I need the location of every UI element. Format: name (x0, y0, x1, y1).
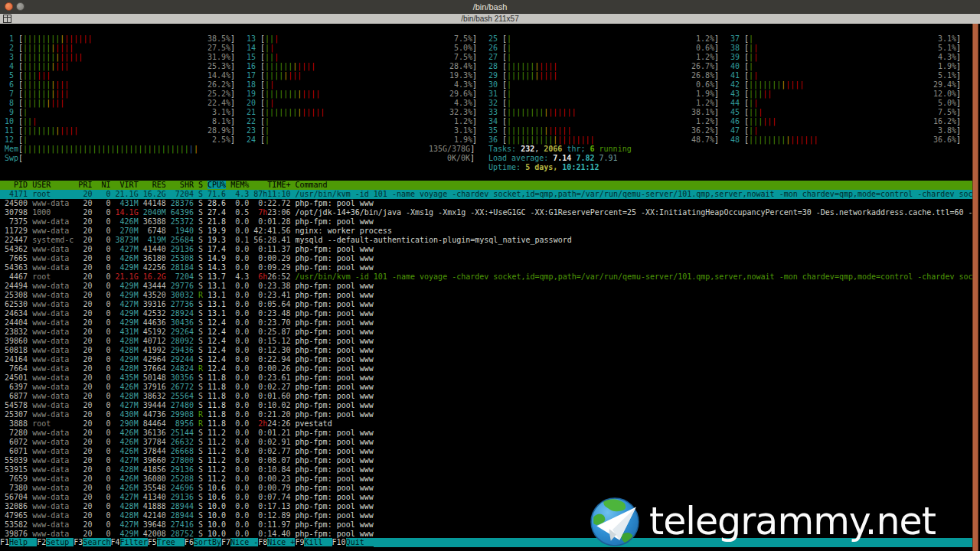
terminal-screen[interactable]: 1 [||||||||||||||| 38.5%] 2 [|||||||||||… (0, 24, 980, 551)
column-header-cpu[interactable]: CPU% (207, 181, 226, 189)
column-header-command[interactable]: Command (295, 181, 327, 189)
process-row-11729[interactable]: 11729 www-data 20 0 270M 6748 1940 S 19.… (0, 227, 972, 236)
column-header-res[interactable]: RES (143, 181, 166, 189)
fkey-f9[interactable]: F9Kill (295, 538, 332, 547)
process-row-3888[interactable]: 3888 root 20 0 290M 84464 8956 R 11.8 0.… (0, 419, 972, 429)
process-row-55039[interactable]: 55039 www-data 20 0 427M 39660 27800 S 1… (0, 456, 972, 465)
process-row-54362[interactable]: 54362 www-data 20 0 427M 41440 29136 S 1… (0, 245, 972, 254)
process-row-23832[interactable]: 23832 www-data 20 0 431M 45192 29264 S 1… (0, 328, 972, 337)
process-row-7659[interactable]: 7659 www-data 20 0 426M 36080 25288 S 11… (0, 474, 972, 484)
cpu-meter-column-4: 37 [| 3.1%]38 [|| 5.1%]39 [|| 4.3%]40 [|… (730, 34, 961, 145)
process-row-7280[interactable]: 7280 www-data 20 0 426M 36136 25144 S 11… (0, 429, 972, 438)
column-header-user[interactable]: USER (32, 181, 74, 189)
cpu-meter-10: 10 [||| 8.1%] (5, 117, 235, 126)
cpu-meter-column-3: 25 [| 1.2%]26 [| 0.6%]27 [| 1.2%]28 [|||… (488, 34, 719, 145)
fkey-f4[interactable]: F4Filter (111, 538, 148, 547)
fkey-f1[interactable]: F1Help (0, 538, 37, 547)
cpu-meter-22: 22 [| 1.2%] (247, 117, 477, 126)
watermark: telegrammy.net (590, 497, 936, 547)
mem-meter: Mem[||||||||||||||||||||||||||||||||||||… (5, 145, 475, 154)
process-row-7380[interactable]: 7380 www-data 20 0 426M 35548 24696 S 10… (0, 484, 972, 493)
tasks-summary: Tasks: 232, 2066 thr; 6 running (488, 145, 632, 154)
cpu-meter-9: 9 [| 3.1%] (5, 108, 235, 117)
process-row-24500[interactable]: 24500 www-data 20 0 431M 44148 28376 S 2… (0, 199, 972, 208)
column-header-pri[interactable]: PRI (78, 181, 92, 189)
process-row-54363[interactable]: 54363 www-data 20 0 429M 42256 28184 S 1… (0, 263, 972, 272)
cpu-meter-35: 35 [|||||||||||||| 36.2%] (488, 126, 719, 135)
column-header-ni[interactable]: NI (96, 181, 110, 189)
process-row-62530[interactable]: 62530 www-data 20 0 427M 39316 27736 S 1… (0, 300, 972, 309)
process-row-22447[interactable]: 22447 systemd-c 20 0 3873M 419M 25684 S … (0, 236, 972, 245)
load-average: Load average: 7.14 7.82 7.91 (488, 154, 632, 163)
uptime: Uptime: 5 days, 10:21:12 (488, 163, 632, 172)
cpu-meter-7: 7 [|||||||||| 25.2%] (5, 90, 235, 99)
cpu-meter-15: 15 [||| 7.5%] (247, 53, 477, 62)
fkey-f7[interactable]: F7Nice - (221, 538, 258, 547)
process-row-24634[interactable]: 24634 www-data 20 0 429M 42532 28924 S 1… (0, 309, 972, 318)
cpu-meter-32: 32 [| 1.2%] (488, 99, 719, 108)
cpu-meter-25: 25 [| 1.2%] (488, 34, 719, 44)
process-row-7375[interactable]: 7375 www-data 20 0 426M 36388 25372 S 21… (0, 217, 972, 227)
cpu-meter-37: 37 [| 3.1%] (730, 34, 961, 44)
process-row-4171[interactable]: 4171 root 20 0 21.1G 16.2G 7204 S 71.6 4… (0, 190, 972, 199)
cpu-meter-29: 29 [||||||||||| 26.8%] (488, 71, 719, 80)
process-row-24501[interactable]: 24501 www-data 20 0 435M 50148 30356 S 1… (0, 373, 972, 383)
memory-meters: Mem[||||||||||||||||||||||||||||||||||||… (5, 145, 475, 163)
fkey-f6[interactable]: F6SortBy (185, 538, 221, 547)
cpu-meter-13: 13 [||| 7.5%] (247, 34, 477, 44)
column-header-virt[interactable]: VIRT (116, 181, 139, 189)
cpu-meter-26: 26 [| 0.6%] (488, 44, 719, 53)
layout-grid-icon[interactable] (2, 14, 12, 24)
fkey-f3[interactable]: F3Search (74, 538, 110, 547)
process-row-6397[interactable]: 6397 www-data 20 0 426M 37916 26772 S 11… (0, 383, 972, 392)
process-row-25308[interactable]: 25308 www-data 20 0 429M 43520 30032 R 1… (0, 291, 972, 300)
cpu-meter-1: 1 [||||||||||||||| 38.5%] (5, 34, 235, 44)
process-row-7665[interactable]: 7665 www-data 20 0 426M 36180 25308 S 14… (0, 254, 972, 263)
cpu-meter-16: 16 [||||||||||| 28.4%] (247, 62, 477, 71)
column-header-time[interactable]: TIME+ (253, 181, 290, 189)
process-row-54578[interactable]: 54578 www-data 20 0 427M 39444 27480 S 1… (0, 401, 972, 410)
cpu-meter-23: 23 [| 3.1%] (247, 126, 477, 135)
cpu-meter-39: 39 [|| 4.3%] (730, 53, 961, 62)
process-row-4467[interactable]: 4467 root 20 0 21.1G 16.2G 7204 S 13.7 4… (0, 272, 972, 282)
process-list: 4171 root 20 0 21.1G 16.2G 7204 S 71.6 4… (0, 190, 972, 539)
process-row-24164[interactable]: 24164 www-data 20 0 429M 42964 29244 S 1… (0, 355, 972, 364)
cpu-meter-27: 27 [| 1.2%] (488, 53, 719, 62)
column-header-shr[interactable]: SHR (171, 181, 194, 189)
fkey-f5[interactable]: F5Tree (148, 538, 185, 547)
cpu-meter-20: 20 [|| 4.3%] (247, 99, 477, 108)
column-header-pid[interactable]: PID (5, 181, 28, 189)
cpu-meter-31: 31 [| 1.9%] (488, 90, 719, 99)
process-row-7664[interactable]: 7664 www-data 20 0 428M 37664 24824 R 12… (0, 364, 972, 373)
fkey-f2[interactable]: F2Setup (37, 538, 74, 547)
process-row-30798[interactable]: 30798 1000 20 0 14.1G 2040M 64396 S 27.4… (0, 208, 972, 217)
minimize-button[interactable] (16, 2, 24, 11)
column-header-mem[interactable]: MEM% (230, 181, 249, 189)
process-row-24494[interactable]: 24494 www-data 20 0 429M 43444 29776 S 1… (0, 282, 972, 291)
window-title: /bin/bash (0, 0, 980, 14)
process-row-24404[interactable]: 24404 www-data 20 0 429M 44636 30436 S 1… (0, 318, 972, 328)
cpu-meter-38: 38 [|| 5.1%] (730, 44, 961, 53)
close-button[interactable] (5, 2, 13, 11)
process-row-50818[interactable]: 50818 www-data 20 0 428M 41992 29436 S 1… (0, 346, 972, 355)
cpu-meter-36: 36 [||||||||||||||||||| 48.7%] (488, 135, 719, 145)
fkey-f8[interactable]: F8Nice + (258, 538, 295, 547)
cpu-meter-column-1: 1 [||||||||||||||| 38.5%] 2 [|||||||||||… (5, 34, 235, 145)
process-row-39860[interactable]: 39860 www-data 20 0 428M 40712 28092 S 1… (0, 337, 972, 346)
fkey-f10[interactable]: F10Quit (332, 538, 374, 547)
process-row-6071[interactable]: 6071 www-data 20 0 426M 37844 26668 S 11… (0, 447, 972, 456)
cpu-meter-48: 48 [||||||||||||||| 36.6%] (730, 135, 961, 145)
telegram-globe-icon (590, 497, 640, 547)
cpu-meter-2: 2 [||||||||||| 27.5%] (5, 44, 235, 53)
cpu-meter-34: 34 [| 1.2%] (488, 117, 719, 126)
cpu-meter-18: 18 [|| 4.3%] (247, 80, 477, 90)
process-row-6877[interactable]: 6877 www-data 20 0 428M 38632 25564 S 11… (0, 392, 972, 401)
cpu-meter-33: 33 [||||||||||||||| 38.1%] (488, 108, 719, 117)
terminal-scrollbar[interactable] (972, 24, 978, 551)
process-row-6072[interactable]: 6072 www-data 20 0 426M 37784 26632 S 11… (0, 438, 972, 447)
process-row-25307[interactable]: 25307 www-data 20 0 430M 44736 29908 R 1… (0, 410, 972, 419)
cpu-meter-12: 12 [| 2.5%] (5, 135, 235, 145)
window-titlebar: /bin/bash (0, 0, 980, 14)
process-row-53915[interactable]: 53915 www-data 20 0 428M 41856 29136 S 1… (0, 465, 972, 474)
cpu-meter-28: 28 [||||||||||| 26.7%] (488, 62, 719, 71)
